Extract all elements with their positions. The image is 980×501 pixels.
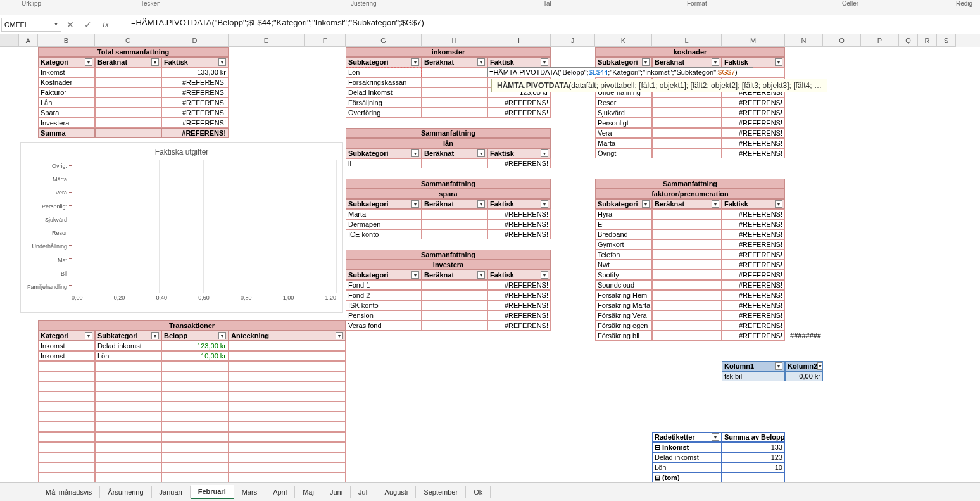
sheet-tab[interactable]: September [416, 486, 466, 498]
cell[interactable]: Försäkring egen [595, 320, 652, 331]
cell[interactable]: Fond 1 [346, 280, 422, 290]
cell[interactable] [652, 239, 722, 250]
name-box[interactable]: OMFEL ▼ [1, 18, 61, 32]
column-header[interactable]: J [551, 34, 595, 47]
table-header[interactable]: Faktisk▼ [722, 199, 785, 209]
filter-dropdown-icon[interactable]: ▼ [541, 58, 548, 66]
cell[interactable]: #REFERENS! [722, 331, 785, 341]
filter-dropdown-icon[interactable]: ▼ [477, 200, 485, 208]
column-header[interactable]: R [918, 34, 937, 47]
cell[interactable] [229, 402, 346, 412]
cell[interactable] [161, 472, 229, 482]
cell[interactable] [652, 310, 722, 320]
cell[interactable] [95, 442, 161, 452]
cell[interactable]: Lön [346, 67, 422, 77]
cell[interactable] [95, 422, 161, 432]
cell[interactable] [95, 472, 161, 482]
table-header[interactable]: Faktisk▼ [487, 199, 551, 209]
column-header[interactable]: H [422, 34, 487, 47]
filter-dropdown-icon[interactable]: ▼ [477, 271, 485, 279]
column-header[interactable]: M [722, 34, 785, 47]
cell[interactable]: #REFERENS! [722, 239, 785, 250]
sum-label[interactable]: Summa [38, 128, 95, 138]
cell[interactable]: Telefon [595, 250, 652, 260]
cell-value[interactable]: #REFERENS! [161, 87, 229, 98]
cell[interactable] [652, 229, 722, 239]
table-header[interactable]: Subkategori▼ [595, 199, 652, 209]
cell[interactable]: #REFERENS! [722, 219, 785, 229]
cell[interactable]: #REFERENS! [722, 300, 785, 310]
cell[interactable] [652, 320, 722, 331]
cell[interactable]: Märta [595, 138, 652, 148]
cell[interactable] [652, 98, 722, 108]
cell[interactable] [422, 77, 487, 87]
cell[interactable]: ISK konto [346, 300, 422, 310]
sheet-tab[interactable]: Augusti [377, 486, 417, 498]
cell[interactable]: fsk bil [722, 371, 785, 381]
sheet-tab[interactable]: Juni [322, 486, 351, 498]
cell[interactable] [422, 209, 487, 219]
cell[interactable] [652, 250, 722, 260]
filter-dropdown-icon[interactable]: ▼ [151, 58, 159, 66]
cell[interactable]: #REFERENS! [487, 280, 551, 290]
sheet-tab[interactable]: Mål månadsvis [38, 486, 100, 498]
section-subtitle[interactable]: lån [346, 138, 551, 148]
filter-dropdown-icon[interactable]: ▼ [712, 433, 719, 441]
cell[interactable]: Vera [595, 128, 652, 138]
cell[interactable]: #REFERENS! [722, 320, 785, 331]
table-header[interactable]: Subkategori▼ [346, 57, 422, 67]
column-header[interactable]: Q [899, 34, 918, 47]
filter-dropdown-icon[interactable]: ▼ [775, 362, 782, 370]
cell[interactable]: Försäkring Vera [595, 310, 652, 320]
cell[interactable]: Soundcloud [595, 280, 652, 290]
cell-value[interactable]: #REFERENS! [161, 118, 229, 128]
cell[interactable] [38, 402, 95, 412]
cell[interactable] [38, 472, 95, 482]
table-header[interactable]: Anteckning▼ [229, 331, 346, 341]
cell[interactable] [95, 87, 161, 98]
cell[interactable] [422, 290, 487, 300]
section-title[interactable]: Sammanfattning [346, 179, 551, 189]
cell[interactable]: #REFERENS! [722, 148, 785, 158]
column-header[interactable]: L [652, 34, 722, 47]
cell[interactable] [229, 462, 346, 472]
cell[interactable]: Försäkring Märta [595, 300, 652, 310]
cell[interactable]: #REFERENS! [487, 108, 551, 118]
cell[interactable]: #REFERENS! [487, 290, 551, 300]
cell[interactable]: Inkomst [38, 341, 95, 351]
cell[interactable]: #REFERENS! [722, 310, 785, 320]
cell[interactable]: Resor [595, 98, 652, 108]
cell[interactable]: Pension [346, 310, 422, 320]
cell[interactable] [161, 422, 229, 432]
cell[interactable] [422, 219, 487, 229]
section-title[interactable]: Sammanfattning [346, 250, 551, 260]
filter-dropdown-icon[interactable]: ▼ [642, 58, 650, 66]
overflow-cell[interactable]: ######## [785, 331, 823, 341]
table-header[interactable]: Faktisk▼ [722, 57, 785, 67]
cell[interactable] [95, 391, 161, 402]
cell[interactable]: ii [346, 158, 422, 168]
filter-dropdown-icon[interactable]: ▼ [218, 58, 226, 66]
filter-dropdown-icon[interactable]: ▼ [712, 58, 719, 66]
cell[interactable] [38, 412, 95, 422]
table-header[interactable]: Beräknat▼ [652, 199, 722, 209]
cell[interactable] [422, 87, 487, 98]
cell[interactable] [652, 138, 722, 148]
cell[interactable]: Veras fond [346, 320, 422, 331]
cell[interactable]: 0,00 kr [785, 371, 823, 381]
cell[interactable] [161, 391, 229, 402]
cell[interactable] [95, 118, 161, 128]
cell[interactable] [229, 361, 346, 371]
cell[interactable] [161, 452, 229, 462]
cell[interactable]: 123 [722, 452, 785, 462]
table-header[interactable]: Subkategori▼ [95, 331, 161, 341]
cell[interactable]: Fond 2 [346, 290, 422, 300]
cell[interactable] [422, 108, 487, 118]
sum-value[interactable]: #REFERENS! [161, 128, 229, 138]
cell[interactable] [161, 432, 229, 442]
section-subtitle[interactable]: investera [346, 260, 551, 270]
fx-icon[interactable]: fx [97, 18, 115, 32]
filter-dropdown-icon[interactable]: ▼ [411, 149, 419, 157]
cell[interactable]: Delad inkomst [95, 341, 161, 351]
cell[interactable] [652, 280, 722, 290]
